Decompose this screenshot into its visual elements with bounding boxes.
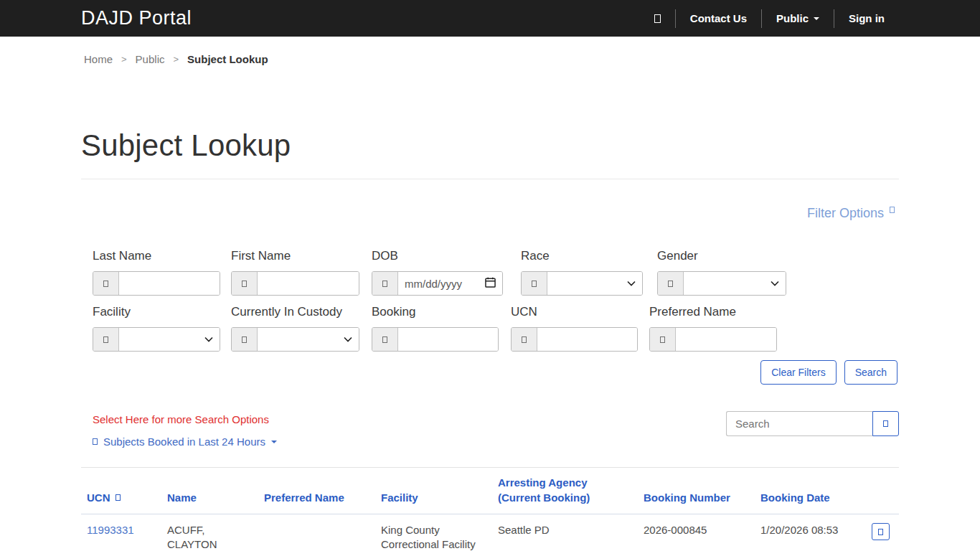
header-preferred-name[interactable]: Preferred Name [258, 468, 375, 514]
preferred-name-label: Preferred Name [649, 305, 736, 319]
facility-group [93, 327, 220, 352]
page-title: Subject Lookup [81, 128, 291, 163]
list-search-input[interactable] [726, 411, 872, 436]
cell-booking-date: 1/20/2026 08:53 [755, 514, 866, 551]
nav-contact-us[interactable]: Contact Us [676, 12, 761, 24]
ucn-addon-icon [512, 328, 537, 351]
cell-booking-number: 2026-000845 [638, 514, 755, 551]
clear-filters-button[interactable]: Clear Filters [760, 360, 836, 385]
nav-sign-in[interactable]: Sign in [834, 12, 899, 24]
title-divider [81, 179, 899, 179]
race-select[interactable] [547, 272, 642, 295]
race-label: Race [521, 249, 550, 263]
custody-select[interactable] [258, 328, 359, 351]
chevron-down-icon [271, 441, 277, 443]
header-booking-date[interactable]: Booking Date [755, 468, 866, 514]
chevron-down-icon [344, 336, 352, 342]
search-button[interactable]: Search [844, 360, 897, 385]
header-ucn-label: UCN [87, 490, 110, 505]
filter-options-label: Filter Options [807, 206, 884, 221]
breadcrumb-separator: > [173, 54, 179, 65]
custody-label: Currently In Custody [231, 305, 342, 319]
breadcrumb-public[interactable]: Public [136, 53, 165, 65]
booked-last-24-label: Subjects Booked in Last 24 Hours [103, 435, 265, 448]
cell-arresting-agency: Seattle PD [492, 514, 638, 551]
header-ucn[interactable]: UCN [81, 468, 161, 514]
breadcrumb-home[interactable]: Home [84, 53, 113, 65]
list-search-group [726, 411, 899, 436]
header-name[interactable]: Name [161, 468, 258, 514]
expand-icon [890, 207, 895, 213]
row-details-button[interactable] [872, 523, 890, 540]
dob-placeholder: mm/dd/yyyy [405, 278, 479, 290]
cell-facility: King County Correctional Facility [375, 514, 492, 551]
last-name-group [93, 271, 220, 296]
header-arresting-agency[interactable]: Arresting Agency (Current Booking) [492, 468, 638, 514]
brand-title[interactable]: DAJD Portal [81, 7, 192, 29]
dob-label: DOB [372, 249, 398, 263]
dob-date-input[interactable]: mm/dd/yyyy [398, 272, 502, 295]
first-name-input[interactable] [258, 272, 359, 295]
calendar-icon[interactable] [485, 277, 496, 291]
more-search-options-note[interactable]: Select Here for more Search Options [93, 413, 269, 425]
preferred-name-input[interactable] [676, 328, 776, 351]
last-name-input[interactable] [119, 272, 220, 295]
race-addon-icon [522, 272, 547, 295]
table-header-row: UCN Name Preferred Name Facility Arresti… [81, 468, 899, 514]
chevron-down-icon [771, 281, 779, 286]
booking-label: Booking [372, 305, 415, 319]
details-icon [878, 529, 883, 535]
gender-group [657, 271, 786, 296]
chevron-down-icon [627, 281, 636, 286]
search-icon [654, 14, 661, 23]
nav-public-menu[interactable]: Public [762, 12, 834, 24]
booking-addon-icon [372, 328, 398, 351]
last-name-label: Last Name [93, 249, 151, 263]
table-row: 11993331 ACUFF, CLAYTON CHRISTIAN King C… [81, 514, 899, 551]
top-navbar: DAJD Portal Contact Us Public Sign in [0, 0, 980, 37]
ucn-group [511, 327, 638, 352]
custody-group [231, 327, 359, 352]
chevron-down-icon [814, 17, 819, 20]
cell-preferred-name [258, 514, 375, 551]
sort-icon [116, 494, 121, 501]
calendar-addon-icon [372, 272, 398, 295]
list-search-button[interactable] [872, 411, 899, 436]
breadcrumb-current: Subject Lookup [187, 53, 268, 65]
ucn-input[interactable] [537, 328, 637, 351]
search-icon [883, 420, 888, 427]
breadcrumb-separator: > [121, 54, 127, 65]
person-icon [232, 272, 258, 295]
ucn-link[interactable]: 11993331 [87, 524, 134, 536]
header-facility[interactable]: Facility [375, 468, 492, 514]
gender-select[interactable] [684, 272, 786, 295]
custody-addon-icon [232, 328, 258, 351]
person-icon [93, 272, 119, 295]
chevron-down-icon [204, 336, 213, 342]
preferred-name-addon-icon [650, 328, 676, 351]
filter-options-toggle[interactable]: Filter Options [807, 206, 895, 221]
race-group [521, 271, 643, 296]
booked-last-24-link[interactable]: Subjects Booked in Last 24 Hours [93, 435, 277, 448]
results-table: UCN Name Preferred Name Facility Arresti… [81, 467, 899, 551]
list-icon [93, 438, 98, 445]
booking-input[interactable] [398, 328, 498, 351]
facility-label: Facility [93, 305, 131, 319]
first-name-group [231, 271, 359, 296]
header-actions [866, 468, 899, 514]
preferred-name-group [649, 327, 777, 352]
header-booking-number[interactable]: Booking Number [638, 468, 755, 514]
cell-name: ACUFF, CLAYTON CHRISTIAN [161, 514, 258, 551]
booking-group [372, 327, 499, 352]
ucn-label: UCN [511, 305, 537, 319]
gender-addon-icon [658, 272, 684, 295]
facility-select[interactable] [119, 328, 220, 351]
first-name-label: First Name [231, 249, 291, 263]
gender-label: Gender [657, 249, 698, 263]
dob-group: mm/dd/yyyy [372, 271, 503, 296]
breadcrumb: Home > Public > Subject Lookup [84, 53, 268, 65]
facility-addon-icon [93, 328, 119, 351]
navbar-search-button[interactable] [640, 14, 675, 23]
nav-public-label: Public [776, 12, 809, 24]
